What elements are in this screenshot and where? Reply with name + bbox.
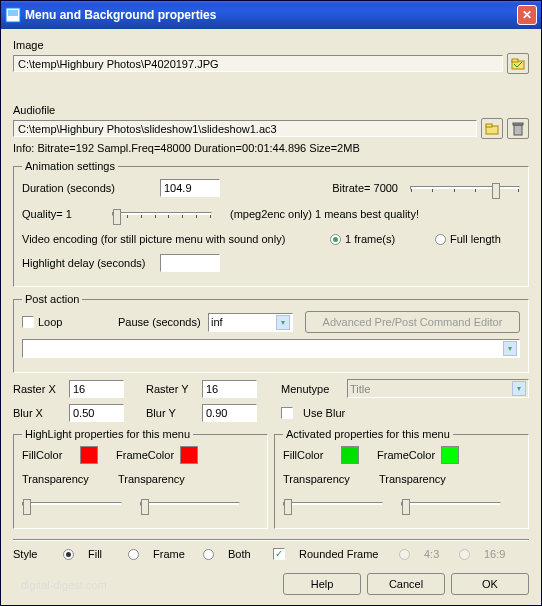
- audio-delete-button[interactable]: [507, 118, 529, 139]
- ar-43-label: 4:3: [424, 548, 449, 560]
- hl-trans1-slider[interactable]: [22, 494, 122, 514]
- act-frame-label: FrameColor: [377, 449, 441, 461]
- style-fill-label: Fill: [88, 548, 118, 560]
- hl-fill-swatch[interactable]: [80, 446, 98, 464]
- image-browse-button[interactable]: [507, 53, 529, 74]
- animation-fieldset: Animation settings Duration (seconds) Bi…: [13, 160, 529, 287]
- full-length-radio[interactable]: [435, 234, 446, 245]
- style-frame-radio[interactable]: [128, 549, 139, 560]
- use-blur-checkbox[interactable]: [281, 407, 293, 419]
- style-fill-radio[interactable]: [63, 549, 74, 560]
- activated-fieldset: Activated properties for this menu FillC…: [274, 428, 529, 529]
- hl-trans2-label: Transparency: [118, 473, 196, 485]
- raster-y-label: Raster Y: [146, 383, 196, 395]
- quality-label: Quality= 1: [22, 208, 112, 220]
- loop-label: Loop: [38, 316, 118, 328]
- window-title: Menu and Background properties: [25, 8, 517, 22]
- ar-169-radio: [459, 549, 470, 560]
- advanced-editor-button: Advanced Pre/Post Command Editor: [305, 311, 520, 333]
- raster-y-input[interactable]: [202, 380, 257, 398]
- post-command-dropdown[interactable]: ▾: [22, 339, 520, 358]
- svg-rect-1: [8, 10, 18, 16]
- close-button[interactable]: ✕: [517, 5, 537, 25]
- audio-info-text: Info: Bitrate=192 Sampl.Freq=48000 Durat…: [13, 142, 529, 154]
- pause-label: Pause (seconds): [118, 316, 208, 328]
- rounded-frame-checkbox[interactable]: [273, 548, 285, 560]
- raster-x-input[interactable]: [69, 380, 124, 398]
- watermark-text: digital-digest.com: [21, 579, 107, 591]
- full-length-label: Full length: [450, 233, 520, 245]
- act-trans1-slider[interactable]: [283, 494, 383, 514]
- hl-trans2-slider[interactable]: [140, 494, 240, 514]
- image-label: Image: [13, 39, 529, 51]
- highlight-delay-label: Highlight delay (seconds): [22, 257, 160, 269]
- blur-y-label: Blur Y: [146, 407, 196, 419]
- hl-fill-label: FillColor: [22, 449, 80, 461]
- svg-rect-3: [512, 59, 518, 62]
- raster-x-label: Raster X: [13, 383, 63, 395]
- image-path-field[interactable]: C:\temp\Highbury Photos\P4020197.JPG: [13, 55, 503, 72]
- style-frame-label: Frame: [153, 548, 193, 560]
- quality-note: (mpeg2enc only) 1 means best quality!: [230, 208, 419, 220]
- video-encoding-label: Video encoding (for still picture menu w…: [22, 233, 330, 245]
- use-blur-label: Use Blur: [303, 407, 345, 419]
- duration-input[interactable]: [160, 179, 220, 197]
- bitrate-label: Bitrate= 7000: [332, 182, 398, 194]
- blur-x-label: Blur X: [13, 407, 63, 419]
- post-action-fieldset: Post action Loop Pause (seconds) inf▾ Ad…: [13, 293, 529, 373]
- quality-slider[interactable]: [112, 204, 212, 224]
- bitrate-slider[interactable]: [410, 178, 520, 198]
- menutype-label: Menutype: [281, 383, 341, 395]
- menutype-dropdown: Title▾: [347, 379, 529, 398]
- blur-x-input[interactable]: [69, 404, 124, 422]
- highlight-fieldset: HighLight properties for this menu FillC…: [13, 428, 268, 529]
- hl-frame-label: FrameColor: [116, 449, 180, 461]
- loop-checkbox[interactable]: [22, 316, 34, 328]
- style-both-label: Both: [228, 548, 263, 560]
- highlight-delay-input[interactable]: [160, 254, 220, 272]
- audio-browse-button[interactable]: [481, 118, 503, 139]
- rounded-frame-label: Rounded Frame: [299, 548, 389, 560]
- ar-169-label: 16:9: [484, 548, 505, 560]
- svg-rect-6: [514, 125, 522, 135]
- audio-label: Audiofile: [13, 104, 529, 116]
- one-frame-radio[interactable]: [330, 234, 341, 245]
- blur-y-input[interactable]: [202, 404, 257, 422]
- pause-dropdown[interactable]: inf▾: [208, 313, 293, 332]
- ok-button[interactable]: OK: [451, 573, 529, 595]
- highlight-legend: HighLight properties for this menu: [22, 428, 193, 440]
- style-both-radio[interactable]: [203, 549, 214, 560]
- ar-43-radio: [399, 549, 410, 560]
- one-frame-label: 1 frame(s): [345, 233, 435, 245]
- hl-trans1-label: Transparency: [22, 473, 100, 485]
- help-button[interactable]: Help: [283, 573, 361, 595]
- audio-path-field[interactable]: C:\temp\Highbury Photos\slideshow1\slide…: [13, 120, 477, 137]
- act-frame-swatch[interactable]: [441, 446, 459, 464]
- animation-legend: Animation settings: [22, 160, 118, 172]
- hl-frame-swatch[interactable]: [180, 446, 198, 464]
- style-label: Style: [13, 548, 53, 560]
- cancel-button[interactable]: Cancel: [367, 573, 445, 595]
- duration-label: Duration (seconds): [22, 182, 160, 194]
- act-fill-swatch[interactable]: [341, 446, 359, 464]
- svg-rect-7: [513, 123, 523, 125]
- act-trans2-label: Transparency: [379, 473, 457, 485]
- svg-rect-5: [486, 124, 492, 127]
- post-action-legend: Post action: [22, 293, 82, 305]
- app-icon: [5, 7, 21, 23]
- activated-legend: Activated properties for this menu: [283, 428, 453, 440]
- act-trans2-slider[interactable]: [401, 494, 501, 514]
- act-fill-label: FillColor: [283, 449, 341, 461]
- act-trans1-label: Transparency: [283, 473, 361, 485]
